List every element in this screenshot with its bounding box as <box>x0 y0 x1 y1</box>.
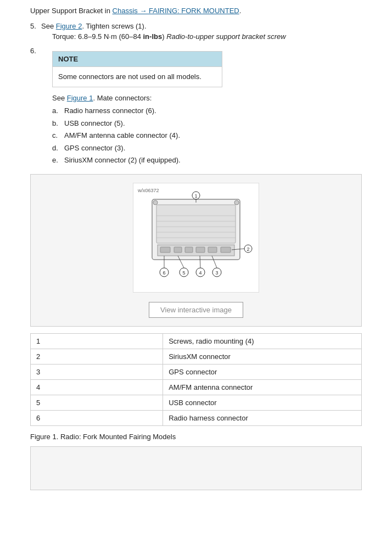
svg-rect-17 <box>196 247 205 253</box>
view-interactive-button[interactable]: View interactive image <box>149 302 243 318</box>
svg-rect-16 <box>185 247 193 253</box>
svg-point-9 <box>234 200 239 205</box>
note-body: Some connectors are not used on all mode… <box>53 67 222 87</box>
table-cell-num-2: 2 <box>31 349 163 364</box>
intro-text-before: Upper Support Bracket in <box>30 7 113 15</box>
list-label-e: e. <box>52 155 64 166</box>
table-row: 2 SiriusXM connector <box>31 349 362 364</box>
step-content-6: NOTE Some connectors are not used on all… <box>41 46 362 167</box>
see-figure-text: See Figure 1. Mate connectors: <box>52 93 362 104</box>
list-label-c: c. <box>52 130 64 141</box>
list-item: e. SiriusXM connector (2) (if equipped). <box>52 155 362 166</box>
table-cell-desc-4: AM/FM antenna connector <box>163 379 362 395</box>
svg-text:1: 1 <box>194 193 197 199</box>
svg-point-8 <box>153 200 158 205</box>
table-cell-desc-2: SiriusXM connector <box>163 349 362 364</box>
step5-text-after: . Tighten screws (1). <box>82 22 146 30</box>
step-content-5: See Figure 2. Tighten screws (1). Torque… <box>41 21 362 42</box>
list-text-d: GPS connector (3). <box>64 143 125 154</box>
svg-text:w/x06372: w/x06372 <box>137 188 159 193</box>
parts-table: 1 Screws, radio mounting (4) 2 SiriusXM … <box>30 333 362 426</box>
page-wrapper: Upper Support Bracket in Chassis → FAIRI… <box>0 0 392 501</box>
step-num-6: 6. <box>30 46 41 167</box>
table-cell-desc-3: GPS connector <box>163 364 362 379</box>
table-row: 5 USB connector <box>31 395 362 410</box>
step-item-5: 5. See Figure 2. Tighten screws (1). Tor… <box>30 21 362 42</box>
table-row: 1 Screws, radio mounting (4) <box>31 333 362 349</box>
svg-text:5: 5 <box>182 270 185 276</box>
svg-rect-14 <box>160 247 170 253</box>
svg-text:6: 6 <box>163 270 165 276</box>
figure-bottom-area <box>30 446 362 490</box>
figure-svg: w/x06372 1 <box>136 186 256 290</box>
sub-list: a. Radio harness connector (6). b. USB c… <box>52 105 362 166</box>
list-item: a. Radio harness connector (6). <box>52 105 362 116</box>
svg-rect-15 <box>174 247 182 253</box>
note-header: NOTE <box>53 52 222 68</box>
figure-caption: Figure 1. Radio: Fork Mounted Fairing Mo… <box>30 433 362 441</box>
figure1-link[interactable]: Figure 1 <box>67 94 93 102</box>
list-item: c. AM/FM antenna cable connector (4). <box>52 130 362 141</box>
step-num-5: 5. <box>30 21 41 42</box>
see-figure-after: . Mate connectors: <box>93 94 152 102</box>
intro-text: Upper Support Bracket in Chassis → FAIRI… <box>30 5 362 16</box>
torque-text: Torque: 6.8–9.5 N·m (60–84 in-lbs) Radio… <box>52 31 362 42</box>
list-text-a: Radio harness connector (6). <box>64 105 156 116</box>
table-row: 3 GPS connector <box>31 364 362 379</box>
table-cell-num-3: 3 <box>31 364 163 379</box>
see-figure-before: See <box>52 94 67 102</box>
table-row: 4 AM/FM antenna connector <box>31 379 362 395</box>
list-item: d. GPS connector (3). <box>52 143 362 154</box>
svg-text:3: 3 <box>215 270 218 276</box>
list-item: b. USB connector (5). <box>52 118 362 129</box>
table-cell-num-5: 5 <box>31 395 163 410</box>
table-cell-num-6: 6 <box>31 410 163 425</box>
table-row: 6 Radio harness connector <box>31 410 362 425</box>
step-list: 5. See Figure 2. Tighten screws (1). Tor… <box>30 21 362 167</box>
svg-rect-18 <box>208 247 217 253</box>
list-text-c: AM/FM antenna cable connector (4). <box>64 130 180 141</box>
list-label-a: a. <box>52 105 64 116</box>
step5-text-before: See <box>41 22 56 30</box>
table-cell-desc-5: USB connector <box>163 395 362 410</box>
list-text-e: SiriusXM connector (2) (if equipped). <box>64 155 181 166</box>
figure-container: w/x06372 1 <box>30 174 362 327</box>
figure-image-area: w/x06372 1 <box>133 183 259 293</box>
table-cell-num-1: 1 <box>31 333 163 349</box>
table-cell-num-4: 4 <box>31 379 163 395</box>
table-cell-desc-6: Radio harness connector <box>163 410 362 425</box>
table-body: 1 Screws, radio mounting (4) 2 SiriusXM … <box>31 333 362 425</box>
list-label-b: b. <box>52 118 64 129</box>
svg-text:4: 4 <box>199 270 201 276</box>
svg-rect-2 <box>156 205 236 243</box>
list-text-b: USB connector (5). <box>64 118 125 129</box>
svg-text:2: 2 <box>247 246 249 252</box>
svg-rect-19 <box>221 247 231 253</box>
figure2-link[interactable]: Figure 2 <box>56 22 82 30</box>
step-item-6: 6. NOTE Some connectors are not used on … <box>30 46 362 167</box>
list-label-d: d. <box>52 143 64 154</box>
chassis-link[interactable]: Chassis → FAIRING: FORK MOUNTED <box>113 7 239 15</box>
note-box: NOTE Some connectors are not used on all… <box>52 51 222 87</box>
table-cell-desc-1: Screws, radio mounting (4) <box>163 333 362 349</box>
